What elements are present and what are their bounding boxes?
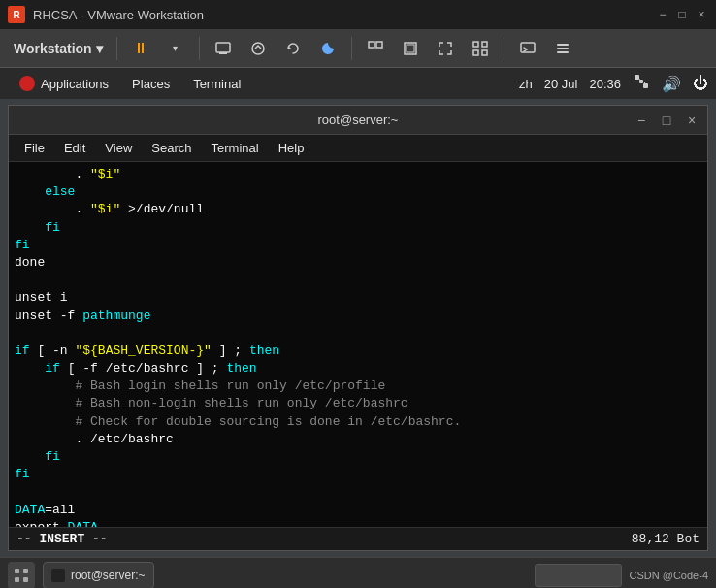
network-icon[interactable] (633, 73, 650, 94)
search-menu[interactable]: Search (142, 138, 201, 158)
maximize-button[interactable]: □ (675, 8, 689, 21)
terminal-window: root@server:~ − □ × File Edit View Searc… (8, 105, 708, 551)
file-menu[interactable]: File (15, 138, 54, 158)
view-menu-label: View (105, 141, 132, 155)
applications-icon (19, 76, 35, 91)
app-logo: R (8, 6, 25, 23)
revert-button[interactable] (277, 33, 309, 64)
svg-rect-0 (216, 43, 230, 52)
pause-button[interactable]: ⏸ (125, 33, 156, 64)
toolbar-separator-4 (504, 37, 504, 60)
terminal-maximize-button[interactable]: □ (657, 111, 676, 130)
code-line-11: # Bash login shells run only /etc/profil… (15, 377, 701, 395)
help-menu-label: Help (278, 141, 305, 155)
fullscreen-button[interactable] (430, 33, 461, 64)
fit-button[interactable] (395, 33, 426, 64)
view-menu[interactable]: View (95, 138, 142, 158)
terminal-menu[interactable]: Terminal (181, 73, 252, 95)
pause-dropdown[interactable]: ▾ (160, 33, 191, 64)
taskbar-right: CSDN @Code-4 (535, 564, 708, 587)
dropdown-arrow-icon: ▾ (96, 41, 103, 56)
code-line-5: fi (15, 237, 701, 254)
places-menu[interactable]: Places (120, 73, 181, 95)
terminal-title: root@server:~ (318, 113, 399, 127)
svg-rect-8 (473, 42, 478, 47)
title-bar: R RHCSA - VMware Workstation − □ × (0, 0, 716, 29)
svg-line-20 (643, 82, 645, 83)
cursor-position-indicator: 88,12 Bot (632, 532, 700, 546)
code-line-3: . "$i" >/dev/null (15, 201, 701, 218)
vmware-toolbar: Workstation ▾ ⏸ ▾ (0, 29, 716, 68)
svg-rect-5 (376, 42, 382, 48)
toolbar-separator (116, 37, 117, 60)
unity-button[interactable] (465, 33, 496, 64)
close-button[interactable]: × (695, 8, 708, 21)
edit-menu-label: Edit (64, 141, 85, 155)
svg-rect-13 (557, 44, 569, 46)
applications-label: Applications (41, 77, 109, 91)
code-line-17: DATA=all (15, 502, 701, 519)
terminal-submenu[interactable]: Terminal (202, 138, 269, 158)
svg-rect-10 (473, 50, 478, 55)
minimize-button[interactable]: − (656, 8, 669, 21)
system-tray: zh 20 Jul 20:36 🔊 ⏻ (519, 73, 708, 94)
code-line-blank1 (15, 272, 701, 289)
terminal-minimize-button[interactable]: − (632, 111, 651, 130)
code-line-6: done (15, 254, 701, 272)
file-menu-label: File (24, 141, 45, 155)
settings-button[interactable] (547, 33, 578, 64)
terminal-close-button[interactable]: × (682, 111, 701, 130)
svg-rect-21 (15, 569, 19, 573)
code-line-7: unset i (15, 289, 701, 307)
terminal-area: root@server:~ − □ × File Edit View Searc… (0, 99, 716, 557)
places-label: Places (132, 77, 170, 91)
terminal-window-controls: − □ × (632, 111, 701, 130)
code-line-18: export DATA (15, 519, 701, 527)
code-line-15: fi (15, 448, 701, 466)
svg-rect-9 (482, 42, 487, 47)
code-line-4: fi (15, 219, 701, 237)
help-menu[interactable]: Help (269, 138, 314, 158)
search-menu-label: Search (151, 141, 191, 155)
notification-area (535, 564, 622, 587)
svg-rect-23 (15, 577, 19, 582)
code-line-12: # Bash non-login shells run only /etc/ba… (15, 395, 701, 412)
svg-point-2 (252, 43, 264, 54)
svg-rect-7 (407, 45, 414, 52)
terminal-taskbar-label: root@server:~ (71, 569, 146, 582)
code-line-14: . /etc/bashrc (15, 431, 701, 448)
toolbar-separator-3 (351, 37, 352, 60)
terminal-statusbar: -- INSERT -- 88,12 Bot (9, 527, 707, 550)
code-line-13: # Check for double sourcing is done in /… (15, 413, 701, 431)
edit-menu[interactable]: Edit (54, 138, 95, 158)
code-line-9: if [ -n "${BASH_VERSION-}" ] ; then (15, 343, 701, 360)
code-line-8: unset -f pathmunge (15, 308, 701, 325)
title-bar-text: RHCSA - VMware Workstation (33, 8, 648, 22)
svg-rect-24 (23, 577, 28, 582)
app-grid-button[interactable] (8, 562, 35, 589)
terminal-submenu-label: Terminal (212, 141, 259, 155)
terminal-label: Terminal (193, 77, 241, 91)
power-icon[interactable]: ⏻ (693, 75, 708, 92)
view-button[interactable] (360, 33, 391, 64)
console-button[interactable] (512, 33, 543, 64)
svg-rect-14 (557, 48, 569, 49)
insert-mode-indicator: -- INSERT -- (16, 532, 108, 546)
send-ctrl-alt-del-button[interactable] (208, 33, 239, 64)
code-line-blank3 (15, 483, 701, 501)
snapshot-button[interactable] (243, 33, 274, 64)
code-line-16: fi (15, 466, 701, 483)
applications-menu[interactable]: Applications (8, 72, 120, 95)
volume-icon[interactable]: 🔊 (662, 75, 681, 93)
code-line-blank2 (15, 325, 701, 343)
workstation-button[interactable]: Workstation ▾ (8, 37, 109, 60)
suspend-button[interactable] (312, 33, 343, 64)
app-menubar: Applications Places Terminal zh 20 Jul 2… (0, 68, 716, 99)
terminal-taskbar-item[interactable]: root@server:~ (43, 562, 154, 589)
svg-rect-4 (369, 42, 374, 48)
taskbar-right-label: CSDN @Code-4 (630, 570, 708, 581)
taskbar: root@server:~ CSDN @Code-4 (0, 557, 716, 588)
terminal-content[interactable]: . "$i" else . "$i" >/dev/null fi fi done… (9, 162, 707, 527)
workstation-label: Workstation (14, 41, 92, 56)
toolbar-separator-2 (199, 37, 200, 60)
